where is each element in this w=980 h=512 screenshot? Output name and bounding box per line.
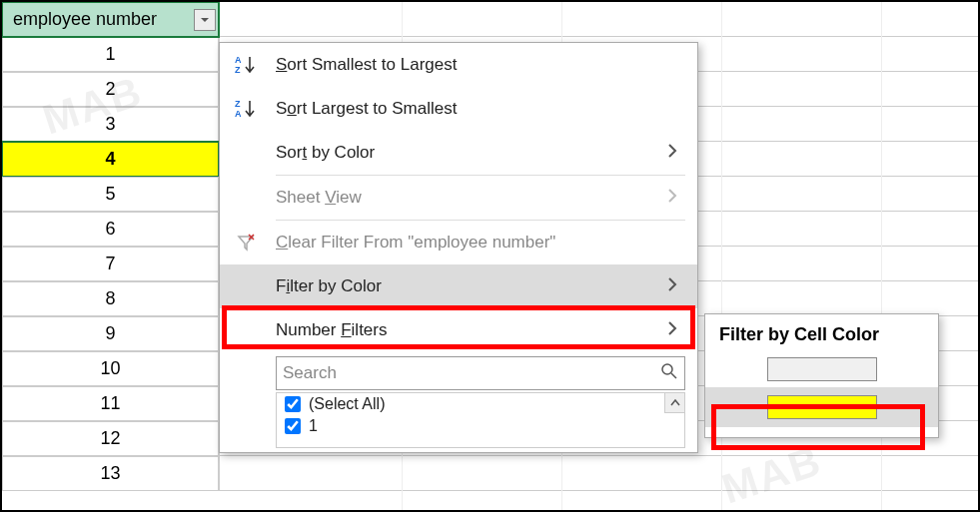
svg-point-4	[662, 364, 672, 374]
menu-label: Sort Largest to Smallest	[276, 99, 681, 119]
color-option-nofill[interactable]	[705, 351, 938, 387]
menu-label: Filter by Color	[276, 276, 647, 296]
menu-number-filters[interactable]: Number Filters	[220, 308, 697, 352]
menu-label: Sheet View	[276, 188, 647, 208]
color-swatch-yellow	[767, 395, 877, 419]
menu-sheet-view: Sheet View	[220, 176, 697, 220]
filter-check-select-all[interactable]: (Select All)	[277, 393, 684, 415]
data-cell[interactable]: 2	[2, 72, 219, 107]
search-placeholder: Search	[283, 363, 337, 383]
menu-label: Number Filters	[276, 320, 647, 340]
chevron-right-icon	[663, 276, 681, 296]
column-header-label: employee number	[13, 9, 157, 30]
chevron-right-icon	[663, 188, 681, 208]
filter-value-list[interactable]: (Select All) 1	[276, 392, 685, 448]
filter-search-input[interactable]: Search	[276, 356, 685, 390]
column-header-a[interactable]: employee number	[2, 2, 219, 37]
data-cell[interactable]: 1	[2, 37, 219, 72]
clear-filter-icon	[232, 233, 260, 253]
checkbox[interactable]	[285, 396, 301, 412]
menu-label: Sort by Color	[276, 143, 647, 163]
filter-dropdown-button[interactable]	[194, 9, 216, 31]
chevron-right-icon	[663, 320, 681, 340]
data-cell-highlighted[interactable]: 4	[2, 142, 219, 177]
checkbox[interactable]	[285, 418, 301, 434]
data-cell[interactable]: 11	[2, 386, 219, 421]
sort-asc-icon: A Z	[232, 54, 260, 76]
color-swatch-nofill	[767, 357, 877, 381]
data-cell[interactable]: 9	[2, 316, 219, 351]
svg-text:Z: Z	[235, 65, 241, 75]
data-cell[interactable]: 3	[2, 107, 219, 142]
chevron-right-icon	[663, 143, 681, 163]
svg-text:A: A	[235, 55, 242, 65]
menu-sort-by-color[interactable]: Sort by Color	[220, 131, 697, 175]
data-cell[interactable]: 13	[2, 456, 219, 491]
submenu-title: Filter by Cell Color	[705, 314, 938, 351]
check-label: 1	[309, 417, 318, 435]
check-label: (Select All)	[309, 395, 385, 413]
menu-sort-asc[interactable]: A Z Sort Smallest to Largest	[220, 43, 697, 87]
sort-desc-icon: Z A	[232, 98, 260, 120]
menu-sort-desc[interactable]: Z A Sort Largest to Smallest	[220, 87, 697, 131]
data-cell[interactable]: 10	[2, 351, 219, 386]
data-cell[interactable]: 6	[2, 212, 219, 247]
svg-text:Z: Z	[235, 99, 241, 109]
data-cell[interactable]: 7	[2, 247, 219, 281]
search-icon	[660, 362, 678, 385]
menu-filter-by-color[interactable]: Filter by Color	[220, 264, 697, 308]
menu-clear-filter: Clear Filter From "employee number"	[220, 221, 697, 264]
filter-menu: A Z Sort Smallest to Largest Z A Sort La…	[219, 42, 698, 453]
data-cell[interactable]: 12	[2, 421, 219, 456]
menu-label: Clear Filter From "employee number"	[276, 233, 681, 253]
svg-text:A: A	[235, 109, 242, 119]
data-cell[interactable]: 8	[2, 281, 219, 316]
scroll-up-button[interactable]	[664, 393, 684, 413]
menu-label: Sort Smallest to Largest	[276, 55, 681, 75]
filter-check-item[interactable]: 1	[277, 415, 684, 437]
data-cell[interactable]: 5	[2, 177, 219, 212]
filter-by-color-submenu: Filter by Cell Color	[704, 313, 939, 438]
color-option-yellow[interactable]	[705, 387, 938, 427]
